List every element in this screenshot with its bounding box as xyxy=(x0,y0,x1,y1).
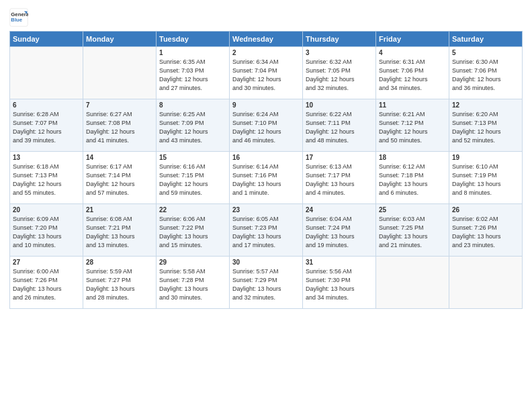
day-info: Sunrise: 6:04 AM Sunset: 7:24 PM Dayligh… xyxy=(306,215,373,250)
day-number: 19 xyxy=(452,154,519,161)
day-info: Sunrise: 6:10 AM Sunset: 7:19 PM Dayligh… xyxy=(452,163,519,197)
day-number: 15 xyxy=(159,154,226,161)
calendar-cell: 24Sunrise: 6:04 AM Sunset: 7:24 PM Dayli… xyxy=(303,204,376,257)
day-number: 1 xyxy=(159,49,226,56)
calendar-cell: 3Sunrise: 6:32 AM Sunset: 7:05 PM Daylig… xyxy=(303,47,376,99)
day-header-friday: Friday xyxy=(376,32,449,47)
day-info: Sunrise: 6:18 AM Sunset: 7:13 PM Dayligh… xyxy=(13,163,80,197)
day-info: Sunrise: 5:57 AM Sunset: 7:29 PM Dayligh… xyxy=(232,267,300,302)
day-number: 10 xyxy=(306,101,373,109)
day-info: Sunrise: 5:56 AM Sunset: 7:30 PM Dayligh… xyxy=(306,267,373,302)
calendar-cell: 10Sunrise: 6:22 AM Sunset: 7:11 PM Dayli… xyxy=(303,99,376,152)
day-number: 22 xyxy=(159,206,226,214)
day-info: Sunrise: 6:12 AM Sunset: 7:18 PM Dayligh… xyxy=(379,163,446,197)
day-info: Sunrise: 5:58 AM Sunset: 7:28 PM Dayligh… xyxy=(159,267,226,302)
calendar-table: SundayMondayTuesdayWednesdayThursdayFrid… xyxy=(9,31,523,309)
day-number: 12 xyxy=(452,101,519,109)
day-number: 27 xyxy=(13,259,80,266)
day-number: 9 xyxy=(232,101,300,109)
week-row-3: 13Sunrise: 6:18 AM Sunset: 7:13 PM Dayli… xyxy=(10,152,523,204)
day-number: 28 xyxy=(86,259,153,266)
day-number: 13 xyxy=(13,154,80,161)
day-number: 2 xyxy=(232,49,300,56)
calendar-cell: 25Sunrise: 6:03 AM Sunset: 7:25 PM Dayli… xyxy=(376,204,449,257)
week-row-2: 6Sunrise: 6:28 AM Sunset: 7:07 PM Daylig… xyxy=(10,99,523,152)
calendar-cell: 26Sunrise: 6:02 AM Sunset: 7:26 PM Dayli… xyxy=(449,204,523,257)
header: General Blue xyxy=(9,8,523,27)
day-header-thursday: Thursday xyxy=(303,32,376,47)
calendar-cell: 21Sunrise: 6:08 AM Sunset: 7:21 PM Dayli… xyxy=(83,204,157,257)
calendar-cell: 9Sunrise: 6:24 AM Sunset: 7:10 PM Daylig… xyxy=(230,99,303,152)
day-number: 30 xyxy=(232,259,300,266)
logo: General Blue xyxy=(9,8,28,27)
day-info: Sunrise: 6:06 AM Sunset: 7:22 PM Dayligh… xyxy=(159,215,226,250)
day-number: 16 xyxy=(232,154,300,161)
calendar-cell xyxy=(376,257,449,309)
day-info: Sunrise: 6:02 AM Sunset: 7:26 PM Dayligh… xyxy=(452,215,519,250)
calendar-cell: 7Sunrise: 6:27 AM Sunset: 7:08 PM Daylig… xyxy=(83,99,157,152)
day-number: 6 xyxy=(13,101,80,109)
calendar-cell: 2Sunrise: 6:34 AM Sunset: 7:04 PM Daylig… xyxy=(230,47,303,99)
day-number: 17 xyxy=(306,154,373,161)
day-number: 8 xyxy=(159,101,226,109)
day-number: 18 xyxy=(379,154,446,161)
svg-text:Blue: Blue xyxy=(11,17,23,23)
day-info: Sunrise: 6:22 AM Sunset: 7:11 PM Dayligh… xyxy=(306,110,373,145)
calendar-cell: 18Sunrise: 6:12 AM Sunset: 7:18 PM Dayli… xyxy=(376,152,449,204)
day-number: 11 xyxy=(379,101,446,109)
day-info: Sunrise: 6:00 AM Sunset: 7:26 PM Dayligh… xyxy=(13,267,80,302)
day-info: Sunrise: 6:28 AM Sunset: 7:07 PM Dayligh… xyxy=(13,110,80,145)
day-number: 7 xyxy=(86,101,153,109)
calendar-cell: 20Sunrise: 6:09 AM Sunset: 7:20 PM Dayli… xyxy=(10,204,83,257)
calendar-cell: 22Sunrise: 6:06 AM Sunset: 7:22 PM Dayli… xyxy=(157,204,230,257)
calendar-cell: 27Sunrise: 6:00 AM Sunset: 7:26 PM Dayli… xyxy=(10,257,83,309)
calendar-cell: 23Sunrise: 6:05 AM Sunset: 7:23 PM Dayli… xyxy=(230,204,303,257)
day-number: 5 xyxy=(452,49,519,56)
calendar-cell: 19Sunrise: 6:10 AM Sunset: 7:19 PM Dayli… xyxy=(449,152,523,204)
day-info: Sunrise: 6:03 AM Sunset: 7:25 PM Dayligh… xyxy=(379,215,446,250)
calendar-cell: 14Sunrise: 6:17 AM Sunset: 7:14 PM Dayli… xyxy=(83,152,157,204)
header-row: SundayMondayTuesdayWednesdayThursdayFrid… xyxy=(10,32,523,47)
day-header-sunday: Sunday xyxy=(10,32,83,47)
day-info: Sunrise: 6:05 AM Sunset: 7:23 PM Dayligh… xyxy=(232,215,300,250)
day-number: 4 xyxy=(379,49,446,56)
day-number: 23 xyxy=(232,206,300,214)
day-info: Sunrise: 6:13 AM Sunset: 7:17 PM Dayligh… xyxy=(306,163,373,197)
calendar-cell xyxy=(449,257,523,309)
calendar-cell: 28Sunrise: 5:59 AM Sunset: 7:27 PM Dayli… xyxy=(83,257,157,309)
calendar-cell: 5Sunrise: 6:30 AM Sunset: 7:06 PM Daylig… xyxy=(449,47,523,99)
calendar-cell xyxy=(83,47,157,99)
day-info: Sunrise: 6:35 AM Sunset: 7:03 PM Dayligh… xyxy=(159,58,226,93)
day-number: 31 xyxy=(306,259,373,266)
logo-icon: General Blue xyxy=(9,8,28,27)
day-number: 20 xyxy=(13,206,80,214)
day-info: Sunrise: 6:08 AM Sunset: 7:21 PM Dayligh… xyxy=(86,215,153,250)
day-number: 25 xyxy=(379,206,446,214)
day-info: Sunrise: 6:25 AM Sunset: 7:09 PM Dayligh… xyxy=(159,110,226,145)
day-info: Sunrise: 6:34 AM Sunset: 7:04 PM Dayligh… xyxy=(232,58,300,93)
calendar-cell: 12Sunrise: 6:20 AM Sunset: 7:13 PM Dayli… xyxy=(449,99,523,152)
day-header-monday: Monday xyxy=(83,32,157,47)
calendar-cell: 11Sunrise: 6:21 AM Sunset: 7:12 PM Dayli… xyxy=(376,99,449,152)
day-info: Sunrise: 6:16 AM Sunset: 7:15 PM Dayligh… xyxy=(159,163,226,197)
day-info: Sunrise: 6:21 AM Sunset: 7:12 PM Dayligh… xyxy=(379,110,446,145)
page: General Blue SundayMondayTuesdayWednesda… xyxy=(0,0,532,411)
calendar-cell: 8Sunrise: 6:25 AM Sunset: 7:09 PM Daylig… xyxy=(157,99,230,152)
calendar-cell: 1Sunrise: 6:35 AM Sunset: 7:03 PM Daylig… xyxy=(157,47,230,99)
week-row-5: 27Sunrise: 6:00 AM Sunset: 7:26 PM Dayli… xyxy=(10,257,523,309)
day-header-tuesday: Tuesday xyxy=(157,32,230,47)
calendar-cell: 30Sunrise: 5:57 AM Sunset: 7:29 PM Dayli… xyxy=(230,257,303,309)
day-info: Sunrise: 6:09 AM Sunset: 7:20 PM Dayligh… xyxy=(13,215,80,250)
calendar-cell: 16Sunrise: 6:14 AM Sunset: 7:16 PM Dayli… xyxy=(230,152,303,204)
calendar-cell: 13Sunrise: 6:18 AM Sunset: 7:13 PM Dayli… xyxy=(10,152,83,204)
week-row-4: 20Sunrise: 6:09 AM Sunset: 7:20 PM Dayli… xyxy=(10,204,523,257)
calendar-cell: 31Sunrise: 5:56 AM Sunset: 7:30 PM Dayli… xyxy=(303,257,376,309)
calendar-cell xyxy=(10,47,83,99)
calendar-cell: 6Sunrise: 6:28 AM Sunset: 7:07 PM Daylig… xyxy=(10,99,83,152)
week-row-1: 1Sunrise: 6:35 AM Sunset: 7:03 PM Daylig… xyxy=(10,47,523,99)
day-number: 24 xyxy=(306,206,373,214)
calendar-cell: 29Sunrise: 5:58 AM Sunset: 7:28 PM Dayli… xyxy=(157,257,230,309)
day-info: Sunrise: 6:17 AM Sunset: 7:14 PM Dayligh… xyxy=(86,163,153,197)
day-info: Sunrise: 6:20 AM Sunset: 7:13 PM Dayligh… xyxy=(452,110,519,145)
calendar-cell: 4Sunrise: 6:31 AM Sunset: 7:06 PM Daylig… xyxy=(376,47,449,99)
